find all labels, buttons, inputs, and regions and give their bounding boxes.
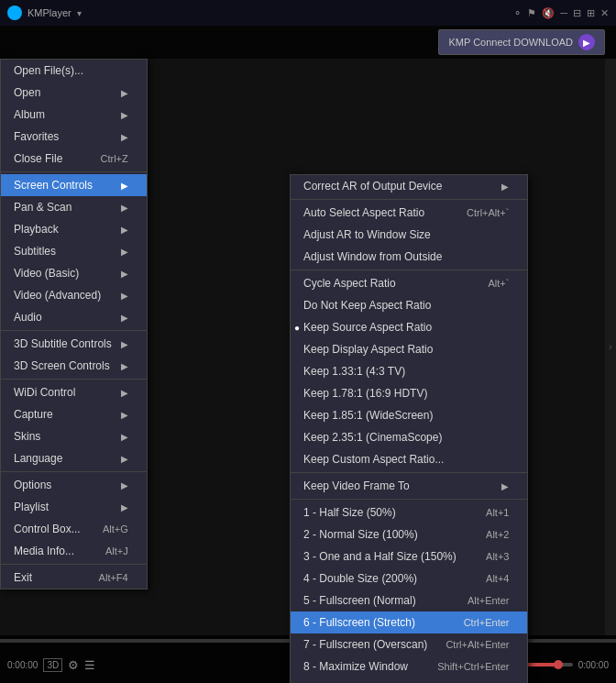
sc-keep-custom-ar[interactable]: Keep Custom Aspect Ratio... <box>291 448 527 470</box>
settings-icon[interactable]: ⚙ <box>68 658 79 672</box>
current-time: 0:00:00 <box>7 660 38 670</box>
arrow-icon: ▶ <box>121 181 128 191</box>
menu-audio[interactable]: Audio ▶ <box>1 306 147 328</box>
menu-widi-control[interactable]: WiDi Control ▶ <box>1 381 147 403</box>
menu-pan-scan[interactable]: Pan & Scan ▶ <box>1 196 147 218</box>
check-icon: ● <box>294 323 300 333</box>
sc-adjust-ar-window[interactable]: Adjust AR to Window Size <box>291 224 527 246</box>
menu-media-info[interactable]: Media Info... Alt+J <box>1 540 147 562</box>
arrow-icon: ▶ <box>121 410 128 420</box>
separator <box>1 564 147 565</box>
tb-mute-icon: 🔇 <box>542 7 555 19</box>
menu-skins[interactable]: Skins ▶ <box>1 425 147 447</box>
sc-fullscreen-stretch[interactable]: 6 - Fullscreen (Stretch) Ctrl+Enter <box>291 611 527 633</box>
title-bar-dropdown-icon[interactable]: ▾ <box>77 8 82 18</box>
arrow-icon: ▶ <box>501 182 509 192</box>
arrow-icon: ▶ <box>121 361 128 371</box>
menu-exit[interactable]: Exit Alt+F4 <box>1 567 147 589</box>
menu-3d-subtitle-controls[interactable]: 3D Subtitle Controls ▶ <box>1 333 147 355</box>
tb-pin-icon: ⚑ <box>527 7 536 19</box>
sc-adjust-window-outside[interactable]: Adjust Window from Outside <box>291 246 527 268</box>
separator <box>291 270 527 270</box>
top-bar: KMP Connect DOWNLOAD ▶ <box>0 26 616 59</box>
sc-do-not-keep-ar[interactable]: Do Not Keep Aspect Ratio <box>291 294 527 316</box>
separator <box>291 472 527 473</box>
title-bar-controls: ⚬ ⚑ 🔇 ─ ⊟ ⊞ ✕ <box>513 7 609 19</box>
sc-cycle-ar[interactable]: Cycle Aspect Ratio Alt+` <box>291 272 527 294</box>
separator <box>1 471 147 472</box>
menu-subtitles[interactable]: Subtitles ▶ <box>1 240 147 262</box>
menu-close-file[interactable]: Close File Ctrl+Z <box>1 148 147 170</box>
sc-half-size[interactable]: 1 - Half Size (50%) Alt+1 <box>291 501 527 523</box>
sc-double-size[interactable]: 4 - Double Size (200%) Alt+4 <box>291 567 527 589</box>
menu-language[interactable]: Language ▶ <box>1 447 147 469</box>
arrow-icon: ▶ <box>121 313 128 323</box>
sc-keep-source-ar[interactable]: ● Keep Source Aspect Ratio <box>291 316 527 338</box>
separator <box>291 499 527 500</box>
sc-maximize-window[interactable]: 8 - Maximize Window Shift+Ctrl+Enter <box>291 655 527 677</box>
app-title: KMPlayer <box>28 7 72 18</box>
sc-keep-185[interactable]: Keep 1.85:1 (WideScreen) <box>291 404 527 426</box>
arrow-icon: ▶ <box>121 110 128 120</box>
kmp-logo-icon <box>7 6 22 20</box>
menu-capture[interactable]: Capture ▶ <box>1 403 147 425</box>
separator <box>1 171 147 172</box>
menu-playback[interactable]: Playback ▶ <box>1 218 147 240</box>
arrow-icon: ▶ <box>121 502 128 512</box>
menu-playlist[interactable]: Playlist ▶ <box>1 496 147 518</box>
tb-maximize-button[interactable]: ⊞ <box>587 7 595 19</box>
total-time: 0:00:00 <box>578 660 609 670</box>
sc-fullscreen-overscan[interactable]: 7 - Fullscreen (Overscan) Ctrl+Alt+Enter <box>291 633 527 655</box>
volume-knob <box>554 660 563 669</box>
kmp-connect-button[interactable]: KMP Connect DOWNLOAD ▶ <box>438 29 605 55</box>
sc-normal-size[interactable]: 2 - Normal Size (100%) Alt+2 <box>291 523 527 545</box>
sc-keep-133[interactable]: Keep 1.33:1 (4:3 TV) <box>291 360 527 382</box>
screen-controls-submenu: Correct AR of Output Device ▶ Auto Selec… <box>290 174 528 683</box>
menu-open-files[interactable]: Open File(s)... <box>1 60 147 82</box>
sc-keep-display-ar[interactable]: Keep Display Aspect Ratio <box>291 338 527 360</box>
tb-minimize-button[interactable]: ⊟ <box>573 7 581 19</box>
menu-options[interactable]: Options ▶ <box>1 474 147 496</box>
sc-correct-ar[interactable]: Correct AR of Output Device ▶ <box>291 175 527 197</box>
menu-favorites[interactable]: Favorites ▶ <box>1 126 147 148</box>
sc-auto-select-ar[interactable]: Auto Select Aspect Ratio Ctrl+Alt+` <box>291 202 527 224</box>
title-bar-left: KMPlayer ▾ <box>7 6 82 20</box>
arrow-icon: ▶ <box>121 291 128 301</box>
sc-one-half-size[interactable]: 3 - One and a Half Size (150%) Alt+3 <box>291 545 527 567</box>
menu-3d-screen-controls[interactable]: 3D Screen Controls ▶ <box>1 355 147 377</box>
tb-minus-icon[interactable]: ─ <box>560 7 567 18</box>
menu-video-advanced[interactable]: Video (Advanced) ▶ <box>1 284 147 306</box>
arrow-icon: ▶ <box>121 480 128 490</box>
arrow-icon: ▶ <box>121 247 128 257</box>
sc-keep-235[interactable]: Keep 2.35:1 (CinemaScope) <box>291 426 527 448</box>
arrow-icon: ▶ <box>121 388 128 398</box>
arrow-icon: ▶ <box>121 225 128 235</box>
menu-control-box[interactable]: Control Box... Alt+G <box>1 518 147 540</box>
tb-close-button[interactable]: ✕ <box>600 7 609 19</box>
sc-fullscreen-normal[interactable]: 5 - Fullscreen (Normal) Alt+Enter <box>291 589 527 611</box>
sc-keep-video-frame[interactable]: Keep Video Frame To ▶ <box>291 475 527 497</box>
3d-button[interactable]: 3D <box>43 658 62 672</box>
separator <box>1 379 147 380</box>
sc-desktop-mode[interactable]: 9 - Desktop Mode Shift+Enter <box>291 677 527 683</box>
title-bar: KMPlayer ▾ ⚬ ⚑ 🔇 ─ ⊟ ⊞ ✕ <box>0 0 616 26</box>
right-arrow-icon[interactable]: › <box>609 342 611 352</box>
arrow-icon: ▶ <box>121 454 128 464</box>
arrow-icon: ▶ <box>501 481 509 491</box>
separator <box>1 330 147 331</box>
main-context-menu: Open File(s)... Open ▶ Album ▶ Favorites… <box>0 59 148 589</box>
menu-video-basic[interactable]: Video (Basic) ▶ <box>1 262 147 284</box>
menu-container: Open File(s)... Open ▶ Album ▶ Favorites… <box>0 59 148 589</box>
menu-album[interactable]: Album ▶ <box>1 104 147 126</box>
arrow-icon: ▶ <box>121 269 128 279</box>
sc-keep-178[interactable]: Keep 1.78:1 (16:9 HDTV) <box>291 382 527 404</box>
arrow-icon: ▶ <box>121 203 128 213</box>
arrow-icon: ▶ <box>121 88 128 98</box>
player-area: KMP Connect DOWNLOAD ▶ KMPlayer We All E… <box>0 26 616 683</box>
kmp-connect-icon: ▶ <box>578 34 595 50</box>
menu-screen-controls[interactable]: Screen Controls ▶ <box>1 174 147 196</box>
tb-network-icon: ⚬ <box>513 7 522 19</box>
arrow-icon: ▶ <box>121 339 128 349</box>
menu-open[interactable]: Open ▶ <box>1 82 147 104</box>
subtitle-icon[interactable]: ☰ <box>84 658 95 672</box>
